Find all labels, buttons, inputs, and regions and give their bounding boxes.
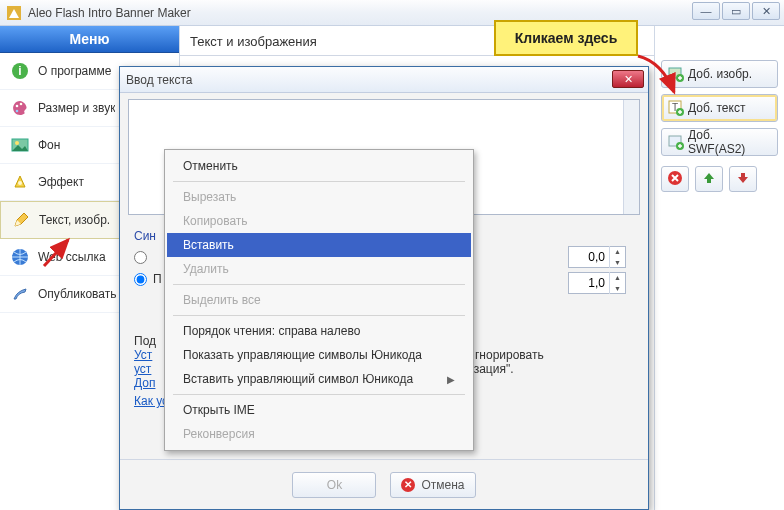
ctx-label: Вставить управляющий символ Юникода bbox=[183, 372, 413, 386]
sidebar-header: Меню bbox=[0, 26, 179, 53]
stepper-up-icon[interactable]: ▲ bbox=[610, 272, 625, 283]
publish-icon bbox=[10, 284, 30, 304]
globe-icon bbox=[10, 247, 30, 267]
delete-button[interactable] bbox=[661, 166, 689, 192]
svg-point-7 bbox=[15, 141, 19, 145]
cancel-button[interactable]: ✕ Отмена bbox=[390, 472, 475, 498]
chevron-right-icon: ▶ bbox=[447, 374, 455, 385]
hint-lead: Под bbox=[134, 334, 156, 348]
sidebar-item-label: Эффект bbox=[38, 175, 84, 189]
stepper-a-input[interactable] bbox=[569, 250, 609, 264]
ctx-delete[interactable]: Удалить bbox=[167, 257, 471, 281]
callout-text: Кликаем здесь bbox=[515, 30, 618, 46]
svg-text:i: i bbox=[18, 64, 21, 78]
stepper-down-icon[interactable]: ▼ bbox=[610, 257, 625, 268]
ok-button[interactable]: Ok bbox=[292, 472, 376, 498]
ctx-label: Удалить bbox=[183, 262, 229, 276]
ctx-separator bbox=[173, 284, 465, 285]
dialog-footer: Ok ✕ Отмена bbox=[120, 459, 648, 509]
app-titlebar: Aleo Flash Intro Banner Maker — ▭ ✕ bbox=[0, 0, 784, 26]
ctx-separator bbox=[173, 394, 465, 395]
svg-point-8 bbox=[18, 181, 22, 185]
svg-point-3 bbox=[16, 105, 19, 108]
move-down-button[interactable] bbox=[729, 166, 757, 192]
info-icon: i bbox=[10, 61, 30, 81]
ctx-label: Вставить bbox=[183, 238, 234, 252]
add-swf-button[interactable]: Доб. SWF(AS2) bbox=[661, 128, 778, 156]
button-label: Ok bbox=[327, 478, 342, 492]
annotation-arrow bbox=[38, 232, 78, 275]
stepper-b[interactable]: ▲▼ bbox=[568, 272, 626, 294]
stepper-b-input[interactable] bbox=[569, 276, 609, 290]
pencil-icon bbox=[11, 210, 31, 230]
swf-plus-icon bbox=[668, 134, 684, 150]
ctx-paste[interactable]: Вставить bbox=[167, 233, 471, 257]
ctx-label: Реконверсия bbox=[183, 427, 255, 441]
svg-point-4 bbox=[20, 103, 23, 106]
window-minimize-button[interactable]: — bbox=[692, 2, 720, 20]
ctx-label: Копировать bbox=[183, 214, 248, 228]
ctx-separator bbox=[173, 181, 465, 182]
ctx-rtl-order[interactable]: Порядок чтения: справа налево bbox=[167, 319, 471, 343]
ctx-show-unicode-controls[interactable]: Показать управляющие символы Юникода bbox=[167, 343, 471, 367]
cancel-icon: ✕ bbox=[401, 478, 415, 492]
ctx-separator bbox=[173, 315, 465, 316]
hint-link-1[interactable]: Уст bbox=[134, 348, 152, 362]
sidebar-item-label: Опубликовать bbox=[38, 287, 116, 301]
ctx-select-all[interactable]: Выделить все bbox=[167, 288, 471, 312]
sidebar-item-label: Текст, изобр. bbox=[39, 213, 110, 227]
hint-link-3[interactable]: Доп bbox=[134, 376, 155, 390]
move-up-button[interactable] bbox=[695, 166, 723, 192]
ctx-open-ime[interactable]: Открыть IME bbox=[167, 398, 471, 422]
stepper-down-icon[interactable]: ▼ bbox=[610, 283, 625, 294]
dialog-title: Ввод текста bbox=[126, 73, 192, 87]
window-maximize-button[interactable]: ▭ bbox=[722, 2, 750, 20]
ctx-label: Показать управляющие символы Юникода bbox=[183, 348, 422, 362]
ctx-label: Порядок чтения: справа налево bbox=[183, 324, 360, 338]
ctx-reconversion[interactable]: Реконверсия bbox=[167, 422, 471, 446]
arrow-up-icon bbox=[702, 171, 716, 188]
sync-label: Син bbox=[134, 229, 156, 243]
ctx-cut[interactable]: Вырезать bbox=[167, 185, 471, 209]
ctx-label: Выделить все bbox=[183, 293, 261, 307]
button-label: Отмена bbox=[421, 478, 464, 492]
palette-icon bbox=[10, 98, 30, 118]
scrollbar[interactable] bbox=[623, 100, 639, 214]
button-label: Доб. изобр. bbox=[688, 67, 752, 81]
app-icon bbox=[6, 5, 22, 21]
svg-point-5 bbox=[16, 110, 19, 113]
stepper-a[interactable]: ▲▼ bbox=[568, 246, 626, 268]
arrow-down-icon bbox=[736, 171, 750, 188]
stepper-up-icon[interactable]: ▲ bbox=[610, 246, 625, 257]
hint-link-2[interactable]: уст bbox=[134, 362, 151, 376]
ctx-label: Отменить bbox=[183, 159, 238, 173]
button-label: Доб. текст bbox=[688, 101, 745, 115]
callout-tooltip: Кликаем здесь bbox=[494, 20, 638, 56]
sidebar-item-label: О программе bbox=[38, 64, 111, 78]
delete-icon bbox=[667, 170, 683, 189]
effect-icon bbox=[10, 172, 30, 192]
ctx-label: Вырезать bbox=[183, 190, 236, 204]
window-close-button[interactable]: ✕ bbox=[752, 2, 780, 20]
button-label: Доб. SWF(AS2) bbox=[688, 128, 771, 156]
ctx-label: Открыть IME bbox=[183, 403, 255, 417]
context-menu: Отменить Вырезать Копировать Вставить Уд… bbox=[164, 149, 474, 451]
annotation-arrow bbox=[632, 52, 684, 107]
sidebar-item-label: Фон bbox=[38, 138, 60, 152]
ctx-undo[interactable]: Отменить bbox=[167, 154, 471, 178]
dialog-titlebar: Ввод текста ✕ bbox=[120, 67, 648, 93]
sidebar-item-label: Размер и звук bbox=[38, 101, 115, 115]
ctx-copy[interactable]: Копировать bbox=[167, 209, 471, 233]
background-icon bbox=[10, 135, 30, 155]
ctx-insert-unicode-control[interactable]: Вставить управляющий символ Юникода ▶ bbox=[167, 367, 471, 391]
app-title: Aleo Flash Intro Banner Maker bbox=[28, 6, 191, 20]
